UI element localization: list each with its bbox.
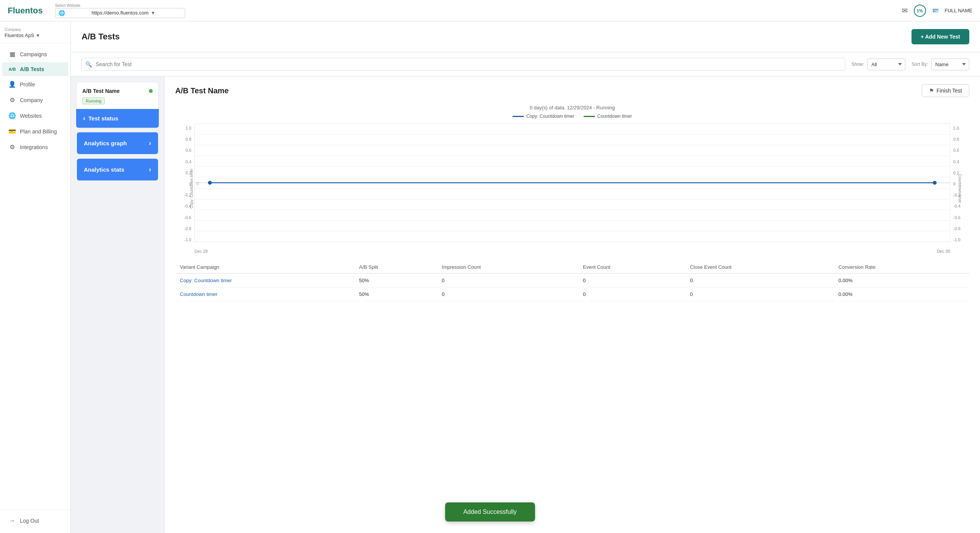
legend-line-green: [584, 116, 595, 117]
billing-icon: 💳: [8, 128, 16, 135]
chart-svg: 0: [195, 124, 950, 242]
test-detail-header: A/B Test Name ⚑ Finish Test: [175, 84, 969, 97]
y-axis-label-right: Countdown timer: [958, 174, 962, 203]
company-icon: ⚙: [8, 96, 16, 104]
company-chevron-icon: ▼: [36, 33, 40, 38]
campaigns-icon: ▦: [8, 50, 16, 58]
topbar-right: ✉ 1% 🪪 FULL NAME: [902, 5, 972, 17]
col-header-split: A/B Split: [354, 261, 437, 273]
flag-icon: ⚑: [929, 88, 934, 94]
sidebar-item-company[interactable]: ⚙ Company: [2, 93, 68, 107]
sidebar-item-label: Websites: [20, 113, 42, 119]
sidebar-item-websites[interactable]: 🌐 Websites: [2, 108, 68, 123]
table-body: Copy: Countdown timer 50% 0 0 0 0.00% Co…: [175, 273, 969, 301]
user-card-icon: 🪪: [932, 8, 939, 14]
test-detail-title: A/B Test Name: [175, 86, 229, 95]
avatar[interactable]: 1%: [914, 5, 926, 17]
test-card: A/B Test Name Running ‹ Test status: [77, 83, 158, 128]
right-arrow-icon-2: ›: [149, 166, 151, 174]
analytics-stats-label: Analytics stats: [84, 166, 124, 173]
globe-icon: 🌐: [59, 10, 90, 16]
col-header-variant: Variant Campaign: [175, 261, 354, 273]
legend-item-countdown: Countdown timer: [584, 114, 632, 119]
impressions-1: 0: [437, 273, 579, 288]
page-title: A/B Tests: [82, 32, 120, 42]
company-select[interactable]: Fluentos ApS ▼: [5, 32, 66, 38]
x-label-end: Dec 30: [937, 249, 950, 253]
col-header-close-events: Close Event Count: [685, 261, 834, 273]
toast-notification: Added Successfully: [445, 502, 535, 522]
table-row: Copy: Countdown timer 50% 0 0 0 0.00%: [175, 273, 969, 288]
finish-test-button[interactable]: ⚑ Finish Test: [922, 84, 969, 97]
chart-wrapper: 1.0 0.8 0.6 0.4 0.2 0 -0.2 -0.4 -0.6 -0.…: [175, 123, 969, 253]
x-label-start: Dec 28: [194, 249, 208, 253]
company-name: Fluentos ApS: [5, 32, 34, 38]
left-arrow-icon: ‹: [83, 114, 85, 122]
mail-icon[interactable]: ✉: [902, 6, 908, 15]
app-logo: Fluentos: [8, 6, 43, 16]
analytics-graph-label: Analytics graph: [84, 140, 127, 146]
main-layout: Company Fluentos ApS ▼ ▦ Campaigns A/B A…: [0, 21, 980, 533]
impressions-2: 0: [437, 288, 579, 301]
chart-legend: Copy: Countdown timer Countdown timer: [175, 114, 969, 119]
col-header-impressions: Impression Count: [437, 261, 579, 273]
sidebar-item-label: A/B Tests: [20, 66, 44, 72]
sort-label: Sort By:: [912, 62, 928, 67]
test-status-button[interactable]: ‹ Test status: [76, 109, 159, 128]
split-1: 50%: [354, 273, 437, 288]
left-panel: A/B Test Name Running ‹ Test status Anal…: [71, 76, 165, 533]
sidebar-item-label: Campaigns: [20, 51, 47, 57]
legend-item-copy: Copy: Countdown timer: [512, 114, 574, 119]
col-header-conversion: Conversion Rate: [834, 261, 969, 273]
chart-info: 0 day(s) of data. 12/29/2024 - Running: [175, 105, 969, 110]
integrations-icon: ⚙: [8, 143, 16, 151]
stats-table: Variant Campaign A/B Split Impression Co…: [175, 261, 969, 301]
sidebar: Company Fluentos ApS ▼ ▦ Campaigns A/B A…: [0, 21, 71, 533]
sidebar-item-label: Company: [20, 97, 43, 103]
table-header: Variant Campaign A/B Split Impression Co…: [175, 261, 969, 273]
svg-point-14: [933, 181, 937, 185]
sidebar-item-plan-billing[interactable]: 💳 Plan and Billing: [2, 124, 68, 139]
search-filter-bar: 🔍 Show: All Running Paused Finished Sort…: [71, 52, 980, 76]
variant-name-2: Countdown timer: [175, 288, 354, 301]
events-2: 0: [578, 288, 685, 301]
add-new-test-button[interactable]: + Add New Test: [912, 29, 969, 44]
search-input[interactable]: [82, 58, 845, 71]
sort-filter-select[interactable]: Name Date Status: [931, 58, 969, 70]
sidebar-item-integrations[interactable]: ⚙ Integrations: [2, 140, 68, 154]
sidebar-item-label: Profile: [20, 81, 35, 88]
website-selector[interactable]: Select Website 🌐 https://demo.fluentos.c…: [55, 3, 185, 18]
variant-name-1: Copy: Countdown timer: [175, 273, 354, 288]
sidebar-item-logout[interactable]: → Log Out: [2, 514, 68, 528]
website-select-label: Select Website: [55, 3, 185, 8]
legend-label-copy: Copy: Countdown timer: [526, 114, 574, 119]
variant-link-1[interactable]: Copy: Countdown timer: [180, 278, 232, 283]
search-icon: 🔍: [85, 61, 92, 67]
right-arrow-icon: ›: [149, 139, 151, 147]
table-row: Countdown timer 50% 0 0 0 0.00%: [175, 288, 969, 301]
split-view: A/B Test Name Running ‹ Test status Anal…: [71, 76, 980, 533]
sidebar-item-profile[interactable]: 👤 Profile: [2, 77, 68, 92]
sidebar-item-campaigns[interactable]: ▦ Campaigns: [2, 47, 68, 62]
close-events-1: 0: [685, 273, 834, 288]
sidebar-item-label: Integrations: [20, 144, 48, 150]
events-1: 0: [578, 273, 685, 288]
website-select-dropdown[interactable]: 🌐 https://demo.fluentos.com ▼: [55, 8, 185, 18]
sidebar-item-label: Plan and Billing: [20, 128, 57, 135]
variant-link-2[interactable]: Countdown timer: [180, 291, 217, 297]
company-label: Company: [5, 28, 66, 32]
company-selector[interactable]: Company Fluentos ApS ▼: [0, 26, 70, 43]
sidebar-item-ab-tests[interactable]: A/B A/B Tests: [2, 62, 68, 76]
user-name[interactable]: FULL NAME: [945, 8, 972, 13]
right-panel: A/B Test Name ⚑ Finish Test 0 day(s) of …: [165, 76, 980, 533]
chart-container: 0 day(s) of data. 12/29/2024 - Running C…: [175, 105, 969, 253]
analytics-stats-button[interactable]: Analytics stats ›: [77, 159, 158, 180]
show-filter-select[interactable]: All Running Paused Finished: [867, 58, 905, 70]
chevron-down-icon: ▼: [151, 10, 182, 16]
test-status-label: Test status: [88, 115, 118, 122]
test-card-name: A/B Test Name: [82, 88, 120, 94]
svg-text:0: 0: [196, 181, 199, 186]
analytics-graph-button[interactable]: Analytics graph ›: [77, 132, 158, 154]
finish-test-label: Finish Test: [936, 88, 962, 94]
status-dot: [149, 89, 153, 93]
